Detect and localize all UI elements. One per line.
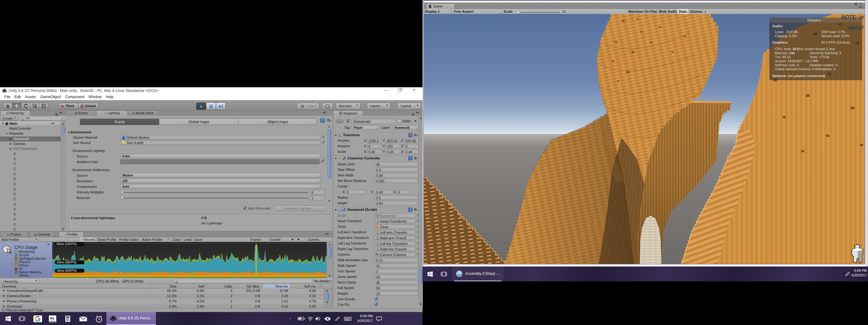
- svg-text:66ms (15FPS): 66ms (15FPS): [57, 242, 76, 246]
- svg-text:C#: C#: [376, 214, 379, 217]
- svg-text:16ms (60FPS): 16ms (60FPS): [57, 269, 76, 272]
- svg-text:C#: C#: [339, 209, 342, 212]
- svg-text:33ms (30FPS): 33ms (30FPS): [57, 261, 76, 264]
